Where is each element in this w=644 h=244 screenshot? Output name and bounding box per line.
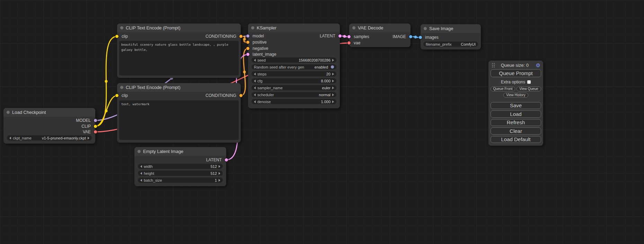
- increment-icon[interactable]: [219, 172, 220, 175]
- node-load-checkpoint[interactable]: Load Checkpoint MODEL CLIP VAE ckpt_name…: [3, 108, 95, 144]
- increment-icon[interactable]: [219, 165, 220, 168]
- output-dot-clip[interactable]: [94, 125, 97, 128]
- output-slot-vae: VAE: [40, 129, 95, 135]
- increment-icon[interactable]: [332, 59, 334, 62]
- link-midpoint-dot-clip-to-negative-encode: [105, 110, 108, 112]
- input-dot-samples[interactable]: [347, 35, 351, 38]
- increment-icon[interactable]: [332, 100, 334, 103]
- increment-icon[interactable]: [219, 179, 220, 182]
- queue-front-button[interactable]: Queue Front: [491, 87, 515, 91]
- decrement-icon[interactable]: [254, 59, 256, 62]
- node-titlebar[interactable]: CLIP Text Encode (Prompt): [117, 83, 241, 92]
- node-titlebar[interactable]: Empty Latent Image: [134, 147, 226, 156]
- input-dot-positive[interactable]: [246, 41, 249, 44]
- node-titlebar[interactable]: Load Checkpoint: [3, 108, 95, 117]
- widget-filename-prefix[interactable]: filename_prefix ComfyUI: [423, 42, 478, 47]
- input-slot-negative: negative: [248, 46, 303, 51]
- node-title: KSampler: [257, 25, 276, 30]
- decrement-icon[interactable]: [254, 73, 256, 75]
- negative-prompt-textarea[interactable]: text, watermark: [119, 100, 239, 140]
- save-button[interactable]: Save: [491, 102, 541, 109]
- node-titlebar[interactable]: CLIP Text Encode (Prompt): [117, 24, 241, 32]
- queue-prompt-button[interactable]: Queue Prompt: [491, 69, 541, 77]
- decrement-icon[interactable]: [9, 137, 11, 139]
- node-clip-text-encode-negative[interactable]: CLIP Text Encode (Prompt) clip CONDITION…: [117, 83, 241, 143]
- input-dot-negative[interactable]: [246, 47, 249, 50]
- node-title: CLIP Text Encode (Prompt): [126, 85, 180, 90]
- input-dot-clip[interactable]: [115, 35, 118, 38]
- input-dot-images[interactable]: [419, 36, 422, 39]
- view-queue-button[interactable]: View Queue: [517, 87, 541, 91]
- link-midpoint-dot-positive-conditioning: [243, 38, 246, 41]
- decrement-icon[interactable]: [254, 100, 256, 103]
- node-titlebar[interactable]: KSampler: [248, 24, 340, 32]
- widget-scheduler[interactable]: scheduler normal: [252, 92, 336, 97]
- node-ksampler[interactable]: KSampler model positive negative latent_…: [248, 24, 340, 108]
- widget-sampler-name[interactable]: sampler_name euler: [252, 85, 336, 90]
- decrement-icon[interactable]: [254, 93, 256, 96]
- widget-value: 1: [215, 178, 217, 182]
- load-button[interactable]: Load: [491, 110, 541, 117]
- node-vae-decode[interactable]: VAE Decode samples vae IMAGE: [349, 24, 411, 47]
- output-dot-vae[interactable]: [94, 130, 97, 134]
- increment-icon[interactable]: [88, 137, 89, 139]
- extra-options-checkbox[interactable]: [527, 80, 531, 84]
- increment-icon[interactable]: [332, 87, 334, 89]
- node-graph-canvas[interactable]: { "colors": { "MODEL": "#B39DDB", "CLIP"…: [0, 0, 644, 244]
- toggle-dot[interactable]: [331, 65, 334, 69]
- node-title: Save Image: [429, 26, 453, 31]
- view-history-button[interactable]: View History: [503, 93, 528, 98]
- node-save-image[interactable]: Save Image images filename_prefix ComfyU…: [421, 24, 481, 49]
- widget-height[interactable]: height 512: [138, 171, 223, 176]
- decrement-icon[interactable]: [254, 80, 256, 82]
- output-dot-image[interactable]: [409, 35, 412, 38]
- widget-seed[interactable]: seed 156680208700286: [252, 57, 336, 63]
- node-titlebar[interactable]: Save Image: [421, 24, 481, 33]
- widget-batch-size[interactable]: batch_size 1: [138, 178, 223, 183]
- increment-icon[interactable]: [332, 80, 334, 82]
- decrement-icon[interactable]: [140, 179, 142, 182]
- node-empty-latent-image[interactable]: Empty Latent Image LATENT width 512 heig…: [134, 147, 226, 186]
- node-clip-text-encode-positive[interactable]: CLIP Text Encode (Prompt) clip CONDITION…: [117, 24, 241, 78]
- load-default-button[interactable]: Load Default: [491, 136, 541, 143]
- output-dot-latent[interactable]: [338, 35, 342, 38]
- collapse-dot[interactable]: [352, 26, 355, 29]
- widget-denoise[interactable]: denoise 1.000: [252, 99, 336, 104]
- settings-gear-icon[interactable]: ⚙: [535, 63, 541, 68]
- collapse-dot[interactable]: [120, 86, 123, 89]
- drag-handle-icon[interactable]: [492, 65, 493, 66]
- widget-value: 512: [211, 171, 217, 175]
- widget-cfg[interactable]: cfg 8.000: [252, 78, 336, 83]
- widget-ckpt-name[interactable]: ckpt_name v1-5-pruned-emaonly.ckpt: [7, 135, 92, 141]
- decrement-icon[interactable]: [254, 87, 256, 89]
- decrement-icon[interactable]: [140, 172, 142, 175]
- refresh-button[interactable]: Refresh: [491, 119, 541, 126]
- collapse-dot[interactable]: [120, 26, 123, 29]
- widget-label: Random seed after every gen: [254, 65, 304, 69]
- clear-button[interactable]: Clear: [491, 127, 541, 134]
- widget-steps[interactable]: steps 20: [252, 71, 336, 76]
- output-dot-model[interactable]: [94, 119, 97, 122]
- widget-random-seed[interactable]: Random seed after every gen enabled: [252, 64, 336, 70]
- output-dot-conditioning[interactable]: [239, 35, 242, 38]
- input-dot-model[interactable]: [246, 35, 249, 38]
- node-title: Empty Latent Image: [143, 149, 183, 154]
- positive-prompt-textarea[interactable]: beautiful scenery nature glass bottle la…: [119, 41, 239, 75]
- widget-width[interactable]: width 512: [138, 164, 223, 169]
- input-dot-clip[interactable]: [115, 94, 118, 97]
- collapse-dot[interactable]: [424, 27, 427, 30]
- decrement-icon[interactable]: [140, 165, 142, 168]
- queue-menu-panel: Queue size: 0 ⚙ Queue Prompt Extra optio…: [488, 61, 543, 146]
- increment-icon[interactable]: [332, 93, 334, 96]
- input-dot-latent-image[interactable]: [246, 53, 249, 56]
- output-dot-conditioning[interactable]: [239, 94, 242, 97]
- collapse-dot[interactable]: [138, 150, 141, 153]
- collapse-dot[interactable]: [251, 26, 254, 29]
- widget-value: ComfyUI: [461, 42, 476, 46]
- output-dot-latent[interactable]: [225, 159, 228, 162]
- collapse-dot[interactable]: [7, 111, 10, 114]
- node-titlebar[interactable]: VAE Decode: [349, 24, 411, 32]
- input-dot-vae[interactable]: [347, 42, 351, 45]
- slot-row: clip CONDITIONING: [117, 93, 241, 98]
- increment-icon[interactable]: [332, 73, 334, 75]
